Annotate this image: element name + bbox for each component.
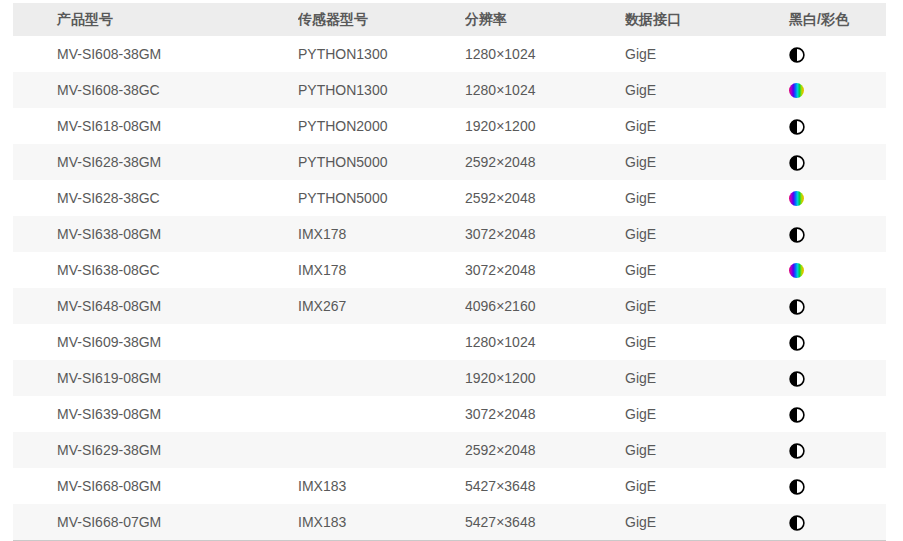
column-header-interface: 数据接口 — [625, 11, 785, 29]
table-row: MV-SI629-38GM2592×2048GigE — [13, 432, 886, 468]
cell-product-model: MV-SI648-08GM — [13, 298, 298, 314]
cell-data-interface: GigE — [625, 442, 785, 458]
cell-resolution: 1280×1024 — [465, 334, 625, 350]
cell-sensor-model: IMX267 — [298, 298, 465, 314]
mono-half-black-circle-icon — [789, 333, 805, 350]
mono-half-black-circle-icon — [789, 297, 805, 314]
cell-chroma — [785, 225, 886, 242]
cell-data-interface: GigE — [625, 334, 785, 350]
table-row: MV-SI609-38GM1280×1024GigE — [13, 324, 886, 360]
table-row: MV-SI618-08GMPYTHON20001920×1200GigE — [13, 108, 886, 144]
cell-sensor-model: IMX183 — [298, 514, 465, 530]
mono-half-black-circle-icon — [789, 441, 805, 458]
cell-chroma — [785, 441, 886, 458]
table-body: MV-SI608-38GMPYTHON13001280×1024GigEMV-S… — [13, 36, 886, 540]
cell-resolution: 1920×1200 — [465, 118, 625, 134]
cell-product-model: MV-SI668-08GM — [13, 478, 298, 494]
mono-half-black-circle-icon — [789, 405, 805, 422]
column-header-sensor: 传感器型号 — [298, 11, 465, 29]
cell-product-model: MV-SI629-38GM — [13, 442, 298, 458]
column-header-chroma: 黑白/彩色 — [785, 11, 886, 29]
table-row: MV-SI608-38GCPYTHON13001280×1024GigE — [13, 72, 886, 108]
column-header-model: 产品型号 — [13, 11, 298, 29]
cell-product-model: MV-SI618-08GM — [13, 118, 298, 134]
cell-sensor-model: PYTHON1300 — [298, 82, 465, 98]
cell-resolution: 5427×3648 — [465, 478, 625, 494]
table-row: MV-SI668-07GMIMX1835427×3648GigE — [13, 504, 886, 540]
cell-resolution: 3072×2048 — [465, 406, 625, 422]
cell-chroma — [785, 513, 886, 530]
cell-data-interface: GigE — [625, 118, 785, 134]
cell-product-model: MV-SI639-08GM — [13, 406, 298, 422]
cell-resolution: 2592×2048 — [465, 190, 625, 206]
cell-chroma — [785, 297, 886, 314]
table-row: MV-SI638-08GMIMX1783072×2048GigE — [13, 216, 886, 252]
cell-data-interface: GigE — [625, 406, 785, 422]
cell-resolution: 3072×2048 — [465, 262, 625, 278]
cell-sensor-model: IMX178 — [298, 226, 465, 242]
table-row: MV-SI628-38GMPYTHON50002592×2048GigE — [13, 144, 886, 180]
mono-half-black-circle-icon — [789, 45, 805, 62]
cell-resolution: 5427×3648 — [465, 514, 625, 530]
cell-data-interface: GigE — [625, 478, 785, 494]
cell-sensor-model: PYTHON2000 — [298, 118, 465, 134]
table-row: MV-SI628-38GCPYTHON50002592×2048GigE — [13, 180, 886, 216]
cell-product-model: MV-SI638-08GM — [13, 226, 298, 242]
cell-product-model: MV-SI628-38GM — [13, 154, 298, 170]
cell-product-model: MV-SI628-38GC — [13, 190, 298, 206]
mono-half-black-circle-icon — [789, 369, 805, 386]
cell-chroma — [785, 45, 886, 62]
cell-resolution: 1920×1200 — [465, 370, 625, 386]
cell-product-model: MV-SI609-38GM — [13, 334, 298, 350]
cell-chroma — [785, 477, 886, 494]
color-spectrum-circle-icon — [789, 83, 804, 98]
table-header-row: 产品型号 传感器型号 分辨率 数据接口 黑白/彩色 — [13, 3, 886, 36]
color-spectrum-circle-icon — [789, 191, 804, 206]
cell-chroma — [785, 83, 886, 98]
cell-sensor-model: PYTHON1300 — [298, 46, 465, 62]
cell-sensor-model: IMX178 — [298, 262, 465, 278]
cell-product-model: MV-SI668-07GM — [13, 514, 298, 530]
cell-chroma — [785, 405, 886, 422]
product-spec-table: 产品型号 传感器型号 分辨率 数据接口 黑白/彩色 MV-SI608-38GMP… — [13, 3, 886, 541]
cell-resolution: 3072×2048 — [465, 226, 625, 242]
cell-data-interface: GigE — [625, 226, 785, 242]
cell-product-model: MV-SI619-08GM — [13, 370, 298, 386]
cell-data-interface: GigE — [625, 262, 785, 278]
column-header-resolution: 分辨率 — [465, 11, 625, 29]
table-row: MV-SI648-08GMIMX2674096×2160GigE — [13, 288, 886, 324]
cell-resolution: 1280×1024 — [465, 82, 625, 98]
cell-sensor-model: IMX183 — [298, 478, 465, 494]
table-row: MV-SI639-08GM3072×2048GigE — [13, 396, 886, 432]
cell-data-interface: GigE — [625, 190, 785, 206]
table-row: MV-SI638-08GCIMX1783072×2048GigE — [13, 252, 886, 288]
cell-data-interface: GigE — [625, 46, 785, 62]
mono-half-black-circle-icon — [789, 477, 805, 494]
cell-resolution: 2592×2048 — [465, 154, 625, 170]
cell-product-model: MV-SI638-08GC — [13, 262, 298, 278]
cell-data-interface: GigE — [625, 298, 785, 314]
cell-chroma — [785, 191, 886, 206]
cell-product-model: MV-SI608-38GC — [13, 82, 298, 98]
table-row: MV-SI608-38GMPYTHON13001280×1024GigE — [13, 36, 886, 72]
cell-chroma — [785, 117, 886, 134]
table-row: MV-SI619-08GM1920×1200GigE — [13, 360, 886, 396]
mono-half-black-circle-icon — [789, 117, 805, 134]
table-row: MV-SI668-08GMIMX1835427×3648GigE — [13, 468, 886, 504]
mono-half-black-circle-icon — [789, 225, 805, 242]
cell-chroma — [785, 263, 886, 278]
mono-half-black-circle-icon — [789, 153, 805, 170]
cell-data-interface: GigE — [625, 154, 785, 170]
cell-resolution: 1280×1024 — [465, 46, 625, 62]
cell-data-interface: GigE — [625, 82, 785, 98]
cell-resolution: 2592×2048 — [465, 442, 625, 458]
cell-sensor-model: PYTHON5000 — [298, 154, 465, 170]
cell-chroma — [785, 153, 886, 170]
cell-resolution: 4096×2160 — [465, 298, 625, 314]
cell-chroma — [785, 333, 886, 350]
cell-data-interface: GigE — [625, 514, 785, 530]
cell-chroma — [785, 369, 886, 386]
mono-half-black-circle-icon — [789, 513, 805, 530]
color-spectrum-circle-icon — [789, 263, 804, 278]
cell-sensor-model: PYTHON5000 — [298, 190, 465, 206]
